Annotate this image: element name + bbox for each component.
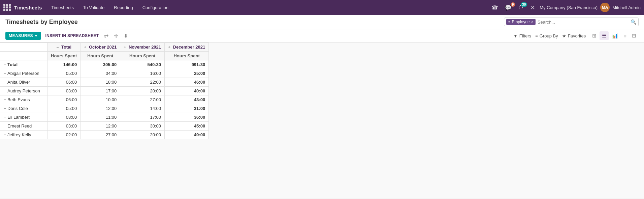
table-row[interactable]: +Doris Cole05:0012:0014:0031:00 [0,104,209,113]
expand-row-icon[interactable]: + [4,97,6,102]
empty-sub [0,52,47,60]
expand-dec-icon[interactable]: + [168,45,170,50]
row-label: +Audrey Peterson [0,87,47,95]
expand-row-icon[interactable]: + [4,124,6,129]
col-group-oct: + October 2021 [80,43,120,52]
total-cell-0: 146:00 [47,60,80,69]
search-tag-label: Employee [512,20,529,24]
row-label: +Eli Lambert [0,113,47,122]
expand-row-icon[interactable]: + [4,80,6,85]
cell-r4-c3: 31:00 [165,104,209,113]
search-icon[interactable]: 🔍 [631,19,636,25]
cell-r0-c0: 05:00 [47,69,80,78]
search-tag-close[interactable]: × [531,20,534,24]
empty-corner [0,43,47,52]
cell-r5-c2: 17:00 [120,113,165,122]
view-lines-icon[interactable]: ≡ [621,32,629,40]
cell-r3-c1: 10:00 [80,95,120,104]
phone-icon[interactable]: ☎ [489,3,500,12]
search-tag-icon: ≡ [508,20,510,24]
chevron-down-icon: ▼ [34,34,38,38]
nav-configuration[interactable]: Configuration [138,0,173,15]
sub-header-row: Hours Spent Hours Spent Hours Spent Hour… [0,52,209,60]
table-row[interactable]: +Anita Oliver06:0018:0022:0046:00 [0,78,209,87]
expand-row-icon[interactable]: + [4,133,6,137]
cell-r3-c3: 43:00 [165,95,209,104]
filters-button[interactable]: ▼ Filters [513,33,531,38]
cell-r5-c0: 08:00 [47,113,80,122]
cell-r1-c2: 22:00 [120,78,165,87]
table-row[interactable]: +Jeffrey Kelly02:0027:0020:0049:00 [0,131,209,139]
nav-timesheets[interactable]: Timesheets [46,0,78,15]
table-row[interactable]: +Eli Lambert08:0011:0017:0036:00 [0,113,209,122]
table-row[interactable]: +Audrey Peterson03:0017:0020:0040:00 [0,87,209,95]
collapse-total-icon[interactable]: − [56,45,59,50]
insert-spreadsheet-button[interactable]: INSERT IN SPREADSHEET [44,32,100,40]
avatar[interactable]: MA [600,3,610,12]
group-by-button[interactable]: ≡ Group By [535,33,558,38]
toolbar-right: ▼ Filters ≡ Group By ★ Favorites ⊞ ☰ 📊 ≡… [513,31,639,40]
toolbar-left: MEASURES ▼ INSERT IN SPREADSHEET ⇄ ✛ ⬇ [5,32,129,40]
cell-r2-c3: 40:00 [165,87,209,95]
cell-r6-c3: 45:00 [165,122,209,131]
navbar-menu: Timesheets To Validate Reporting Configu… [46,0,488,15]
measures-button[interactable]: MEASURES ▼ [5,32,41,40]
cell-r2-c2: 20:00 [120,87,165,95]
col-group-dec: + December 2021 [165,43,209,52]
company-name[interactable]: My Company (San Francisco) [540,5,598,10]
expand-oct-icon[interactable]: + [84,45,86,50]
app-brand[interactable]: Timesheets [14,5,42,10]
username[interactable]: Mitchell Admin [612,5,641,10]
col-hours-total: Hours Spent [47,52,80,60]
nav-reporting[interactable]: Reporting [109,0,137,15]
col-hours-dec: Hours Spent [165,52,209,60]
clock-badge: 30 [521,2,527,7]
flip-icon[interactable]: ⇄ [103,32,110,40]
table-row[interactable]: +Beth Evans06:0010:0027:0043:00 [0,95,209,104]
cell-r2-c0: 03:00 [47,87,80,95]
search-bar: ≡ Employee × 🔍 [504,18,639,26]
view-kanban-icon[interactable]: ⊞ [590,31,599,40]
view-chart-icon[interactable]: 📊 [609,31,620,40]
navbar: Timesheets Timesheets To Validate Report… [0,0,644,15]
expand-row-icon[interactable]: + [4,89,6,93]
add-col-icon[interactable]: ✛ [112,32,120,40]
col-group-header-row: − Total + October 2021 + November 2021 [0,43,209,52]
cell-r3-c0: 06:00 [47,95,80,104]
nav-to-validate[interactable]: To Validate [78,0,109,15]
view-pivot-icon[interactable]: ⊟ [630,31,639,40]
view-icons: ⊞ ☰ 📊 ≡ ⊟ [590,31,639,40]
search-tag-employee[interactable]: ≡ Employee × [506,19,536,25]
expand-row-icon[interactable]: + [4,71,6,76]
chat-icon[interactable]: 💬 9 [503,3,514,12]
expand-nov-icon[interactable]: + [124,45,126,50]
clock-icon[interactable]: ⏱ 30 [516,3,526,12]
row-label: +Abigail Peterson [0,69,47,78]
favorites-button[interactable]: ★ Favorites [562,33,586,38]
collapse-total-row-icon[interactable]: − [4,62,6,67]
cell-r4-c2: 14:00 [120,104,165,113]
table-row[interactable]: +Abigail Peterson05:0004:0016:0025:00 [0,69,209,78]
table-row[interactable]: +Ernest Reed03:0012:0030:0045:00 [0,122,209,131]
cell-r7-c0: 02:00 [47,131,80,139]
total-cell-3: 991:30 [165,60,209,69]
cell-r1-c0: 06:00 [47,78,80,87]
row-label: +Jeffrey Kelly [0,131,47,139]
cell-r2-c1: 17:00 [80,87,120,95]
download-icon[interactable]: ⬇ [122,32,129,40]
chat-badge: 9 [511,2,515,7]
group-icon: ≡ [535,33,538,38]
cell-r0-c3: 25:00 [165,69,209,78]
view-list-icon[interactable]: ☰ [600,31,609,40]
total-cell-1: 305:00 [80,60,120,69]
expand-row-icon[interactable]: + [4,106,6,111]
search-input[interactable] [538,20,629,25]
total-label: −Total [0,60,47,69]
expand-row-icon[interactable]: + [4,115,6,120]
app-grid-icon[interactable] [3,4,11,11]
row-label: +Beth Evans [0,95,47,104]
col-group-total: − Total [47,43,80,52]
cell-r5-c1: 11:00 [80,113,120,122]
toolbar: MEASURES ▼ INSERT IN SPREADSHEET ⇄ ✛ ⬇ ▼… [0,29,644,42]
settings-icon[interactable]: ✕ [528,3,537,12]
